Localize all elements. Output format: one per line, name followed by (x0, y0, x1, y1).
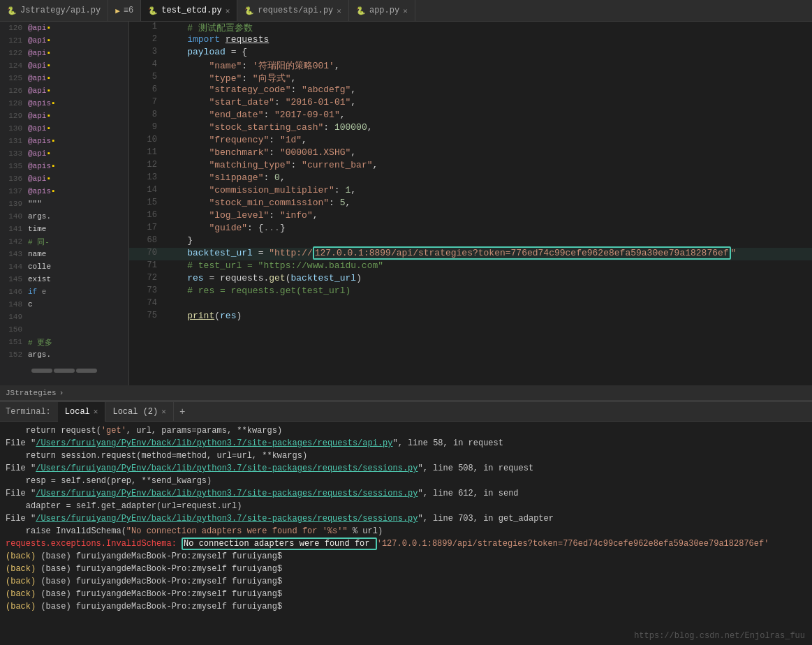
py-icon: 🐍 (7, 6, 17, 15)
sidebar-row: 131 @apis▪ (0, 135, 128, 147)
file-path-link[interactable]: /Users/furuiyang/PyEnv/back/lib/python3.… (36, 438, 392, 448)
sidebar-row: 125 @api▪ (0, 72, 128, 84)
terminal-line: File "/Users/furuiyang/PyEnv/back/lib/py… (6, 487, 806, 500)
sidebar-row: 151 # 更多 (0, 336, 128, 348)
code-area[interactable]: 1 # 测试配置参数 2 import requests 3 payload =… (129, 22, 812, 385)
sidebar-row: 120 @api▪ (0, 22, 128, 34)
terminal-line: File "/Users/furuiyang/PyEnv/back/lib/py… (6, 437, 806, 450)
file-path-link[interactable]: /Users/furuiyang/PyEnv/back/lib/python3.… (36, 464, 418, 473)
sidebar-row: 130 @api▪ (0, 122, 128, 135)
breadcrumb: JStrategies (6, 389, 57, 397)
tab-label: ≡6 (124, 6, 133, 15)
tab-test-etcd[interactable]: 🐍 test_etcd.py ✕ (141, 0, 237, 21)
code-line: 1 # 测试配置参数 (129, 22, 812, 34)
py-icon: 🐍 (356, 6, 366, 15)
error-highlight: No connection adapters were found for (182, 538, 377, 550)
terminal-line: resp = self.send(prep, **send_kwargs) (6, 475, 806, 487)
sidebar-row: 135 @apis▪ (0, 160, 128, 172)
terminal-line: adapter = self.get_adapter(url=request.u… (6, 500, 806, 512)
sidebar-row: 150 (0, 323, 128, 336)
code-line: 2 import requests (129, 34, 812, 47)
code-line: 10 "frequency": "1d", (129, 135, 812, 147)
tab-label: Jstrategy/api.py (20, 6, 101, 15)
code-line: 4 "name": '符瑞阳的策略001', (129, 59, 812, 72)
code-line: 5 "type": "向导式", (129, 72, 812, 84)
tab-jstrategy[interactable]: 🐍 Jstrategy/api.py (0, 0, 108, 21)
terminal-line: return session.request(method=method, ur… (6, 450, 806, 462)
terminal-prompt: (back) (base) furuiyangdeMacBook-Pro:zmy… (6, 600, 806, 613)
file-path-link[interactable]: /Users/furuiyang/PyEnv/back/lib/python3.… (36, 514, 418, 524)
code-line: 71 # test_url = "https://www.baidu.com" (129, 260, 812, 273)
editor-area: 120 @api▪ 121 @api▪ 122 @api▪ 124 @api▪ … (0, 22, 812, 385)
tab-close-icon[interactable]: ✕ (226, 6, 230, 15)
sidebar-row: 145 exist (0, 273, 128, 286)
code-line: 14 "commission_multiplier": 1, (129, 185, 812, 198)
code-line: 16 "log_level": "info", (129, 210, 812, 223)
terminal-error-line: requests.exceptions.InvalidSchema: No co… (6, 538, 806, 550)
new-terminal-button[interactable]: + (174, 405, 191, 419)
terminal-label: Terminal: (6, 407, 51, 417)
terminal-tab-local2[interactable]: Local (2) ✕ (105, 402, 173, 422)
breadcrumb-bar: JStrategies › (0, 385, 812, 401)
sidebar-row: 122 @api▪ (0, 47, 128, 59)
terminal-prompt: (back) (base) furuiyangdeMacBook-Pro:zmy… (6, 550, 806, 563)
sidebar-row: 146 if e (0, 286, 128, 298)
terminal-line: raise InvalidSchema("No connection adapt… (6, 525, 806, 538)
sidebar-row: 133 @api▪ (0, 147, 128, 160)
tab-close-icon[interactable]: ✕ (94, 407, 98, 416)
code-line: 74 (129, 298, 812, 311)
code-line: 75 print(res) (129, 311, 812, 323)
tab-label: test_etcd.py (161, 6, 221, 15)
code-line: 3 payload = { (129, 47, 812, 59)
code-line: 12 "matching_type": "current_bar", (129, 160, 812, 172)
sidebar-row: 136 @api▪ (0, 172, 128, 185)
sidebar-row: 143 name (0, 248, 128, 260)
code-line: 8 "end_date": "2017-09-01", (129, 110, 812, 122)
sidebar-row: 141 time (0, 223, 128, 235)
tab-label: requests/api.py (258, 6, 333, 15)
bottom-panel: Terminal: Local ✕ Local (2) ✕ + return r… (0, 401, 812, 645)
py-icon: 🐍 (148, 6, 158, 15)
code-line: 73 # res = requests.get(test_url) (129, 286, 812, 298)
tab-running[interactable]: ▶ ≡6 (108, 0, 141, 21)
sidebar-row: 148 c (0, 298, 128, 311)
sidebar-row: 129 @api▪ (0, 110, 128, 122)
sidebar-row: 152 args. (0, 348, 128, 361)
terminal-prompt: (back) (base) furuiyangdeMacBook-Pro:zmy… (6, 575, 806, 588)
sidebar-row: 128 @apis▪ (0, 97, 128, 110)
url-highlight: 127.0.0.1:8899/api/strategies?token=776e… (313, 246, 731, 260)
terminal-line: File "/Users/furuiyang/PyEnv/back/lib/py… (6, 512, 806, 525)
sidebar-row: 142 # 同- (0, 235, 128, 248)
tab-close-icon[interactable]: ✕ (337, 6, 341, 15)
left-sidebar: 120 @api▪ 121 @api▪ 122 @api▪ 124 @api▪ … (0, 22, 129, 385)
tab-bar: 🐍 Jstrategy/api.py ▶ ≡6 🐍 test_etcd.py ✕… (0, 0, 812, 22)
terminal-content: return request('get', url, params=params… (0, 422, 812, 645)
sidebar-row: 124 @api▪ (0, 59, 128, 72)
watermark: https://blog.csdn.net/Enjolras_fuu (634, 631, 805, 641)
sidebar-row: 126 @api▪ (0, 84, 128, 97)
code-line: 17 "guide": {...} (129, 223, 812, 235)
terminal-tab-local1[interactable]: Local ✕ (58, 402, 106, 422)
code-line: 13 "slippage": 0, (129, 172, 812, 185)
tab-close-icon[interactable]: ✕ (161, 407, 166, 416)
sidebar-row: 140 args. (0, 210, 128, 223)
sidebar-row: 144 colle (0, 260, 128, 273)
code-line: 72 res = requests.get(backtest_url) (129, 273, 812, 286)
py-icon: 🐍 (244, 6, 254, 15)
code-line: 9 "stock_starting_cash": 100000, (129, 122, 812, 135)
breadcrumb-arrow: › (59, 389, 64, 397)
file-path-link[interactable]: /Users/furuiyang/PyEnv/back/lib/python3.… (36, 489, 418, 498)
tab-label: app.py (369, 6, 399, 15)
terminal-line: File "/Users/furuiyang/PyEnv/back/lib/py… (6, 462, 806, 475)
terminal-line: return request('get', url, params=params… (6, 424, 806, 437)
sidebar-row: 137 @apis▪ (0, 185, 128, 198)
code-line-url: 70 backtest_url = "http://127.0.0.1:8899… (129, 248, 812, 260)
sidebar-row: 121 @api▪ (0, 34, 128, 47)
tab-requests-api[interactable]: 🐍 requests/api.py ✕ (237, 0, 349, 21)
terminal-tab-bar: Terminal: Local ✕ Local (2) ✕ + (0, 402, 812, 422)
sidebar-row: 139 """ (0, 198, 128, 210)
tab-app[interactable]: 🐍 app.py ✕ (349, 0, 415, 21)
tab-close-icon[interactable]: ✕ (403, 6, 408, 15)
code-line: 15 "stock_min_commission": 5, (129, 198, 812, 210)
terminal-prompt: (back) (base) furuiyangdeMacBook-Pro:zmy… (6, 563, 806, 575)
